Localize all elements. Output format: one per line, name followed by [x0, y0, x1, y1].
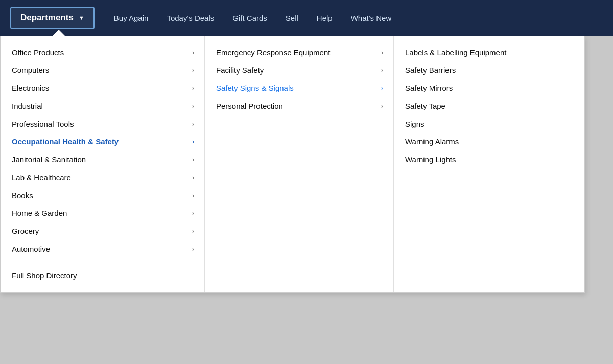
chevron-right-icon: › [192, 210, 194, 217]
chevron-right-icon: › [192, 174, 194, 181]
chevron-right-icon: › [381, 103, 383, 110]
menu-item-office-products[interactable]: Office Products › [1, 43, 204, 61]
chevron-right-icon: › [192, 228, 194, 235]
chevron-right-icon: › [192, 120, 194, 128]
chevron-right-icon: › [192, 103, 194, 110]
departments-button[interactable]: Departments ▼ [10, 7, 95, 29]
nav-todays-deals[interactable]: Today's Deals [157, 9, 223, 28]
chevron-right-icon: › [192, 85, 194, 92]
menu-divider [1, 262, 204, 262]
chevron-right-icon: › [192, 49, 194, 56]
menu-item-safety-barriers[interactable]: Safety Barriers [394, 61, 584, 79]
departments-dropdown: Office Products › Computers › Electronic… [0, 36, 585, 293]
right-column: Labels & Labelling Equipment Safety Barr… [394, 36, 584, 292]
middle-column: Emergency Response Equipment › Facility … [205, 36, 394, 292]
menu-item-signs[interactable]: Signs [394, 115, 584, 133]
chevron-right-icon: › [381, 85, 383, 92]
nav-sell[interactable]: Sell [276, 9, 308, 28]
menu-item-books[interactable]: Books › [1, 186, 204, 204]
menu-item-janitorial[interactable]: Janitorial & Sanitation › [1, 151, 204, 168]
chevron-right-icon: › [192, 192, 194, 199]
menu-item-warning-alarms[interactable]: Warning Alarms [394, 133, 584, 151]
chevron-right-icon: › [192, 138, 194, 145]
menu-item-full-shop-directory[interactable]: Full Shop Directory [1, 266, 204, 284]
nav-help[interactable]: Help [308, 9, 342, 28]
nav-whats-new[interactable]: What's New [342, 9, 401, 28]
menu-item-personal-protection[interactable]: Personal Protection › [205, 97, 393, 115]
menu-item-safety-tape[interactable]: Safety Tape [394, 97, 584, 115]
departments-arrow-icon: ▼ [79, 15, 84, 21]
chevron-right-icon: › [381, 49, 383, 56]
nav-gift-cards[interactable]: Gift Cards [223, 9, 276, 28]
navbar: Departments ▼ Buy Again Today's Deals Gi… [0, 0, 613, 36]
departments-label: Departments [20, 13, 74, 23]
menu-item-home-garden[interactable]: Home & Garden › [1, 204, 204, 222]
menu-item-professional-tools[interactable]: Professional Tools › [1, 115, 204, 133]
menu-item-safety-mirrors[interactable]: Safety Mirrors [394, 79, 584, 97]
menu-item-warning-lights[interactable]: Warning Lights [394, 151, 584, 168]
menu-item-facility-safety[interactable]: Facility Safety › [205, 61, 393, 79]
menu-item-lab-healthcare[interactable]: Lab & Healthcare › [1, 168, 204, 186]
chevron-right-icon: › [381, 67, 383, 74]
menu-item-labels-labelling[interactable]: Labels & Labelling Equipment [394, 43, 584, 61]
chevron-right-icon: › [192, 156, 194, 163]
menu-item-occupational-health[interactable]: Occupational Health & Safety › [1, 133, 204, 151]
chevron-right-icon: › [192, 246, 194, 253]
menu-item-grocery[interactable]: Grocery › [1, 222, 204, 240]
nav-buy-again[interactable]: Buy Again [105, 9, 158, 28]
chevron-right-icon: › [192, 67, 194, 74]
menu-item-safety-signs-signals[interactable]: Safety Signs & Signals › [205, 79, 393, 97]
menu-item-industrial[interactable]: Industrial › [1, 97, 204, 115]
menu-item-computers[interactable]: Computers › [1, 61, 204, 79]
left-column: Office Products › Computers › Electronic… [1, 36, 205, 292]
menu-item-automotive[interactable]: Automotive › [1, 240, 204, 258]
menu-item-emergency-response[interactable]: Emergency Response Equipment › [205, 43, 393, 61]
menu-item-electronics[interactable]: Electronics › [1, 79, 204, 97]
